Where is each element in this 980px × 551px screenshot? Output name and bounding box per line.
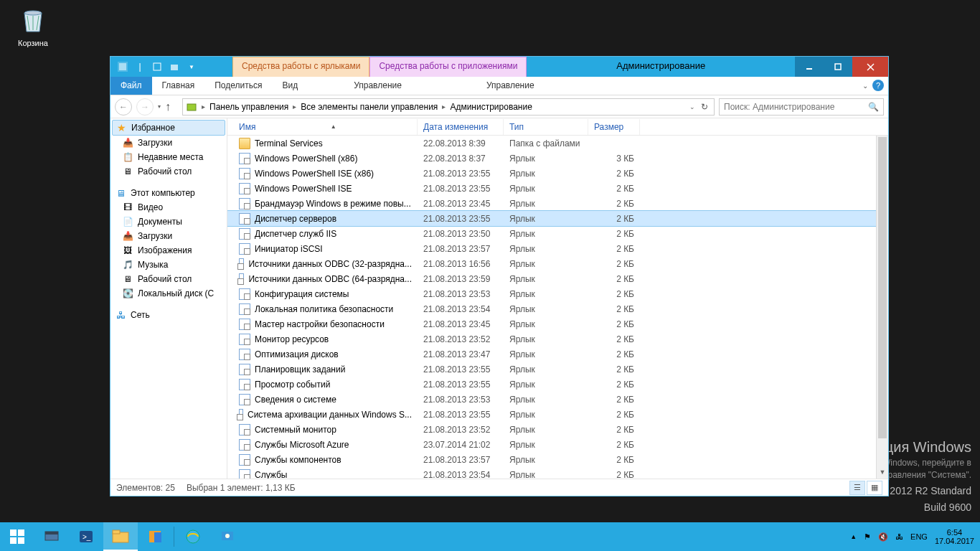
nav-pc-item[interactable]: 📥Загрузки — [110, 229, 227, 243]
file-size: 2 КБ — [588, 425, 640, 435]
file-row[interactable]: Мастер настройки безопасности21.08.2013 … — [227, 316, 888, 331]
breadcrumb-1[interactable]: Панель управления — [209, 102, 288, 112]
chevron-right-icon[interactable]: ▸ — [440, 103, 447, 110]
col-type[interactable]: Тип — [504, 119, 588, 135]
vertical-scrollbar[interactable]: ▲ ▼ — [876, 136, 888, 479]
file-row[interactable]: Windows PowerShell ISE (x86)21.08.2013 2… — [227, 166, 888, 181]
col-size[interactable]: Размер — [588, 119, 640, 135]
taskbar-app-1[interactable] — [138, 522, 172, 551]
clock[interactable]: 6:54 17.04.2017 — [935, 528, 974, 545]
file-row[interactable]: Windows PowerShell (x86)22.08.2013 8:37Я… — [227, 151, 888, 166]
file-date: 21.08.2013 23:55 — [418, 364, 504, 375]
file-row[interactable]: Конфигурация системы21.08.2013 23:53Ярлы… — [227, 286, 888, 301]
nav-pc-item[interactable]: 🎵Музыка — [110, 258, 227, 272]
col-date[interactable]: Дата изменения — [418, 119, 504, 135]
chevron-right-icon[interactable]: ▸ — [200, 103, 207, 110]
addr-dropdown-icon[interactable]: ⌄ — [689, 103, 695, 110]
file-row[interactable]: Источники данных ODBC (32-разрядна...21.… — [227, 256, 888, 271]
taskbar-ie[interactable] — [176, 522, 210, 551]
file-row[interactable]: Сведения о системе21.08.2013 23:53Ярлык2… — [227, 392, 888, 407]
qat-dropdown[interactable]: ▼ — [184, 59, 199, 75]
language-indicator[interactable]: ENG — [910, 532, 928, 541]
tray-volume-icon[interactable]: 🔇 — [878, 532, 888, 542]
file-row[interactable]: Источники данных ODBC (64-разрядна...21.… — [227, 271, 888, 286]
file-row[interactable]: Terminal Services22.08.2013 8:39Папка с … — [227, 136, 888, 151]
recycle-bin[interactable]: Корзина — [10, 6, 56, 47]
breadcrumb-2[interactable]: Все элементы панели управления — [301, 102, 438, 112]
breadcrumb-3[interactable]: Администрирование — [450, 102, 532, 112]
minimize-button[interactable] — [795, 57, 824, 77]
file-row[interactable]: Брандмауэр Windows в режиме повы...21.08… — [227, 196, 888, 211]
nav-thispc[interactable]: 🖥Этот компьютер — [110, 186, 227, 200]
file-date: 21.08.2013 23:52 — [418, 425, 504, 435]
nav-pc-item[interactable]: 🖥Рабочий стол — [110, 272, 227, 286]
tab-manage-2[interactable]: Управление — [476, 77, 545, 95]
nav-pc-item[interactable]: 📄Документы — [110, 215, 227, 229]
nav-pc-item[interactable]: 🖼Изображения — [110, 243, 227, 258]
nav-pc-item[interactable]: 💽Локальный диск (C — [110, 286, 227, 301]
file-row[interactable]: Диспетчер служб IIS21.08.2013 23:50Ярлык… — [227, 226, 888, 241]
shortcut-icon — [239, 409, 243, 420]
app-icon[interactable] — [115, 59, 131, 75]
file-name: Сведения о системе — [255, 395, 336, 405]
maximize-button[interactable] — [824, 57, 852, 77]
address-bar[interactable]: ▸ Панель управления ▸ Все элементы панел… — [182, 98, 715, 116]
file-row[interactable]: Локальная политика безопасности21.08.201… — [227, 301, 888, 316]
tab-share[interactable]: Поделиться — [204, 77, 272, 95]
file-row[interactable]: Диспетчер серверов21.08.2013 23:55Ярлык2… — [227, 211, 888, 226]
file-row[interactable]: Просмотр событий21.08.2013 23:55Ярлык2 К… — [227, 377, 888, 392]
file-row[interactable]: Инициатор iSCSI21.08.2013 23:57Ярлык2 КБ — [227, 241, 888, 256]
file-row[interactable]: Windows PowerShell ISE21.08.2013 23:55Яр… — [227, 181, 888, 196]
shortcut-icon — [239, 319, 250, 330]
taskbar-powershell[interactable]: >_ — [69, 522, 103, 551]
file-size: 2 КБ — [588, 349, 640, 359]
context-tab-apps[interactable]: Средства работы с приложениями — [369, 57, 527, 77]
file-row[interactable]: Монитор ресурсов21.08.2013 23:52Ярлык2 К… — [227, 331, 888, 347]
file-row[interactable]: Службы Microsoft Azure23.07.2014 21:02Яр… — [227, 437, 888, 452]
file-row[interactable]: Системный монитор21.08.2013 23:52Ярлык2 … — [227, 422, 888, 437]
tab-view[interactable]: Вид — [272, 77, 308, 95]
file-date: 21.08.2013 23:45 — [418, 199, 504, 209]
taskbar-server-manager[interactable] — [34, 522, 69, 551]
nav-pc-item[interactable]: 🎞Видео — [110, 200, 227, 215]
refresh-icon[interactable]: ↻ — [698, 102, 711, 112]
titlebar[interactable]: | ▼ Средства работы с ярлыками Средства … — [110, 57, 888, 77]
file-type: Ярлык — [504, 214, 588, 224]
forward-button[interactable]: → — [136, 98, 154, 116]
up-button[interactable]: ↑ — [165, 100, 178, 113]
qat-newfolder[interactable] — [166, 59, 182, 75]
recent-dropdown[interactable]: ▾ — [158, 103, 161, 110]
tab-manage-1[interactable]: Управление — [344, 77, 412, 95]
back-button[interactable]: ← — [115, 98, 132, 116]
view-icons-button[interactable]: ▦ — [867, 481, 882, 495]
nav-network[interactable]: 🖧Сеть — [110, 308, 227, 322]
file-row[interactable]: Службы компонентов21.08.2013 23:57Ярлык2… — [227, 452, 888, 467]
file-row[interactable]: Планировщик заданий21.08.2013 23:55Ярлык… — [227, 362, 888, 377]
search-input[interactable]: Поиск: Администрирование 🔍 — [719, 98, 884, 116]
tray-up-icon[interactable]: ▲ — [850, 533, 857, 540]
col-name[interactable]: Имя▲ — [233, 119, 418, 135]
tray-flag-icon[interactable]: ⚑ — [864, 532, 871, 542]
context-tab-shortcut[interactable]: Средства работы с ярлыками — [232, 57, 369, 77]
nav-fav-item[interactable]: 📋Недавние места — [110, 150, 227, 164]
nav-favorites[interactable]: ★Избранное — [112, 120, 225, 136]
taskbar-app-2[interactable] — [210, 522, 245, 551]
qat-properties[interactable] — [149, 59, 165, 75]
start-button[interactable] — [0, 522, 34, 551]
scroll-down-icon[interactable]: ▼ — [877, 466, 888, 479]
close-button[interactable] — [852, 57, 888, 77]
chevron-right-icon[interactable]: ▸ — [291, 103, 298, 110]
tab-file[interactable]: Файл — [110, 77, 152, 95]
file-row[interactable]: Службы21.08.2013 23:54Ярлык2 КБ — [227, 467, 888, 479]
ribbon-expand-icon[interactable]: ⌄ — [862, 82, 868, 90]
scroll-thumb[interactable] — [878, 137, 887, 438]
taskbar-explorer[interactable] — [103, 522, 138, 551]
tab-home[interactable]: Главная — [152, 77, 205, 95]
tray-network-icon[interactable]: 🖧 — [895, 532, 903, 541]
view-details-button[interactable]: ☰ — [849, 481, 865, 495]
help-icon[interactable]: ? — [872, 80, 884, 91]
file-row[interactable]: Оптимизация дисков21.08.2013 23:47Ярлык2… — [227, 347, 888, 362]
file-row[interactable]: Система архивации данных Windows S...21.… — [227, 407, 888, 422]
nav-fav-item[interactable]: 📥Загрузки — [110, 136, 227, 150]
nav-fav-item[interactable]: 🖥Рабочий стол — [110, 164, 227, 179]
